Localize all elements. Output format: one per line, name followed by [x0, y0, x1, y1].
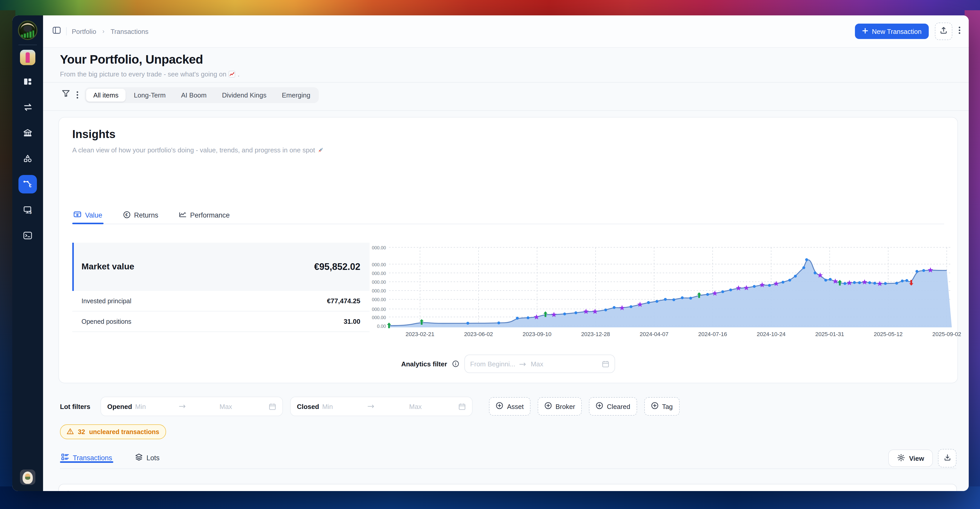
sidebar-item-market-monitor[interactable]: $: [19, 201, 37, 219]
segment-emerging[interactable]: Emerging: [275, 88, 318, 101]
active-tab-underline: [60, 461, 113, 463]
sidebar-item-assets[interactable]: [19, 149, 37, 168]
page-title: Your Portfolio, Unpacked: [60, 52, 958, 67]
segment-ai-boom[interactable]: AI Boom: [174, 88, 214, 101]
x-axis-tick: 2023-12-28: [581, 331, 610, 337]
add-asset-filter-chip[interactable]: Asset: [489, 397, 530, 416]
uncleared-count: 32: [78, 428, 85, 436]
filter-options-button[interactable]: [76, 91, 78, 99]
tab-value[interactable]: Value: [72, 204, 103, 224]
user-avatar[interactable]: [20, 469, 35, 485]
sidebar-item-transactions-active[interactable]: €: [19, 175, 37, 193]
insights-tabs: Value € Returns Performance: [72, 204, 944, 224]
chart-marker-dot: [630, 305, 633, 308]
segment-dividend-kings[interactable]: Dividend Kings: [215, 88, 274, 101]
chart-marker-dot: [604, 308, 607, 311]
workspace-avatar[interactable]: [20, 50, 35, 65]
circle-plus-icon: [544, 402, 552, 411]
chart-marker-dot: [753, 285, 756, 288]
analytics-date-range-input[interactable]: From Beginni... Max: [465, 354, 615, 373]
tab-transactions[interactable]: Transactions: [60, 449, 113, 462]
chart-plot-area[interactable]: [389, 247, 952, 327]
x-axis-tick: 2025-09-02: [932, 331, 961, 337]
app-window: € $ Portfolio › Transactions: [12, 15, 969, 491]
tab-returns[interactable]: € Returns: [122, 204, 159, 224]
chart-marker-dot: [516, 317, 519, 320]
add-broker-filter-chip[interactable]: Broker: [538, 397, 582, 416]
desktop-stage: € $ Portfolio › Transactions: [0, 0, 980, 509]
chart-marker-dot: [788, 279, 791, 281]
app-sidebar: € $: [12, 15, 43, 491]
add-cleared-filter-chip[interactable]: Cleared: [589, 397, 637, 416]
uncleared-transactions-badge[interactable]: 32 uncleared transactions: [60, 424, 166, 439]
invested-principal-row: Invested principal €77,474.25: [72, 291, 369, 311]
chart-marker-dot: [647, 301, 650, 304]
topbar-separator: [66, 27, 67, 35]
app-logo-bull-icon[interactable]: [18, 21, 37, 40]
search-placeholder: Search: [76, 491, 99, 491]
chart-marker-dot: [655, 300, 659, 303]
x-axis-tick: 2025-05-12: [874, 331, 903, 337]
y-axis-tick: 000.00: [372, 280, 386, 285]
breadcrumb-portfolio[interactable]: Portfolio: [72, 27, 96, 35]
download-icon: [943, 453, 951, 463]
chart-marker-dot: [721, 290, 724, 293]
chart-marker-dot: [829, 278, 832, 281]
chart-marker-dot: [884, 282, 887, 285]
chart-marker-dot: [689, 297, 692, 300]
segment-long-term[interactable]: Long-Term: [127, 88, 173, 101]
export-download-button[interactable]: [938, 449, 956, 468]
y-axis-tick: 0.00: [377, 324, 386, 329]
gear-icon: [897, 453, 905, 463]
opened-positions-row: Opened positions 31.00: [72, 311, 369, 332]
divider: [43, 82, 969, 83]
market-value-label: Market value: [81, 262, 134, 272]
chart-marker-dot: [873, 282, 876, 284]
chart-marker-dot: [574, 311, 577, 314]
lot-filters-row: Lot filters Opened Min Max Closed Min Ma…: [60, 397, 958, 416]
sidebar-item-terminal[interactable]: [19, 226, 37, 245]
more-options-button[interactable]: [958, 26, 961, 37]
arrow-right-icon: [149, 404, 216, 408]
x-axis-tick: 2025-01-31: [815, 331, 844, 337]
tab-lots[interactable]: Lots: [134, 449, 161, 463]
wallpaper-top-stripe: [0, 0, 980, 18]
chart-marker-dot: [868, 281, 871, 284]
active-tab-underline: [72, 223, 103, 224]
filter-funnel-icon[interactable]: [62, 89, 70, 101]
insights-title: Insights: [72, 128, 116, 141]
chart-up-emoji: [229, 70, 236, 78]
sidebar-item-bank[interactable]: [19, 124, 37, 142]
sidebar-item-dashboard[interactable]: [19, 72, 37, 91]
segment-all-items[interactable]: All items: [86, 88, 126, 101]
kebab-icon: [958, 26, 961, 37]
chart-x-axis: 2023-02-212023-06-022023-09-102023-12-28…: [389, 331, 952, 339]
sidebar-toggle-icon[interactable]: [52, 26, 61, 37]
sidebar-item-transfers[interactable]: [19, 98, 37, 116]
arrow-right-icon: [336, 404, 406, 408]
scope-segmented-control: All items Long-Term AI Boom Dividend Kin…: [84, 87, 319, 103]
range-to-placeholder: Max: [531, 360, 598, 368]
y-axis-tick: 000.00: [372, 297, 386, 303]
add-tag-filter-chip[interactable]: Tag: [644, 397, 679, 416]
new-transaction-button[interactable]: New Transaction: [855, 24, 929, 39]
dashboard-grid-icon: [23, 77, 32, 86]
closed-date-range-input[interactable]: Closed Min Max: [290, 397, 473, 416]
insights-subtitle: A clean view of how your portfolio's doi…: [72, 146, 324, 154]
tab-performance[interactable]: Performance: [178, 204, 231, 224]
opened-date-range-input[interactable]: Opened Min Max: [100, 397, 283, 416]
chart-marker-dot: [466, 322, 469, 324]
insights-card: Insights A clean view of how your portfo…: [59, 117, 958, 383]
info-icon[interactable]: [452, 360, 460, 367]
search-input[interactable]: Search: [59, 484, 957, 491]
bank-icon: [23, 128, 32, 137]
divider: [43, 110, 969, 111]
calendar-icon: [602, 360, 610, 368]
table-tabs: Transactions Lots: [60, 449, 956, 469]
import-upload-button[interactable]: [935, 22, 952, 40]
upload-icon: [940, 26, 948, 37]
view-settings-button[interactable]: View: [888, 450, 933, 467]
circle-plus-icon: [596, 402, 603, 411]
chart-marker-dot: [527, 316, 530, 319]
svg-text:€: €: [29, 183, 32, 188]
